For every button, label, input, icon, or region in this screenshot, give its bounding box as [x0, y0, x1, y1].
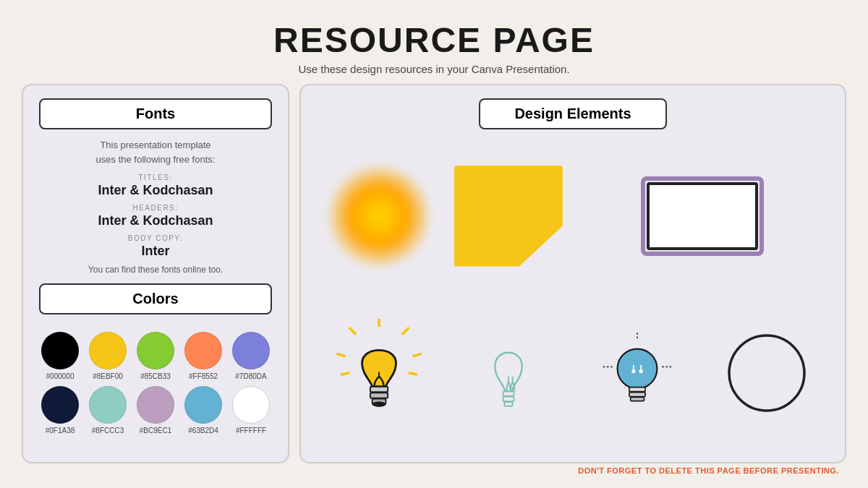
- color-grid: #000000 #8EBF00 #85CB33 #FF8552: [39, 332, 272, 435]
- page-container: RESOURCE PAGE Use these design resources…: [0, 0, 868, 488]
- font-row-body: BODY COPY: Inter: [39, 234, 272, 259]
- design-element-sun: [317, 140, 442, 292]
- svg-point-11: [373, 401, 386, 407]
- font-name-headers: Inter & Kodchasan: [39, 213, 272, 228]
- color-circle-navy: [41, 386, 79, 424]
- svg-rect-7: [370, 386, 388, 392]
- design-element-bulb-outline: [446, 296, 571, 449]
- color-circle-coral: [184, 332, 222, 369]
- color-hex-black: #000000: [46, 372, 75, 380]
- design-element-bulb-colorful: [317, 296, 442, 449]
- color-hex-teal: #8FCCC3: [92, 427, 124, 435]
- right-panel: Design Elements: [299, 84, 846, 463]
- colorful-bulb-icon: [332, 319, 426, 427]
- svg-line-6: [409, 373, 416, 374]
- color-hex-blue: #63B2D4: [188, 427, 218, 435]
- svg-rect-8: [370, 393, 388, 398]
- svg-rect-21: [629, 387, 645, 391]
- fonts-note: You can find these fonts online too.: [39, 265, 272, 275]
- color-circle-blue: [184, 386, 222, 424]
- color-hex-navy: #0F1A38: [46, 427, 75, 435]
- left-panel: Fonts This presentation templateuses the…: [22, 84, 289, 463]
- color-circle-teal: [89, 386, 127, 424]
- svg-line-3: [403, 328, 409, 334]
- sketch-rect-inner: [647, 182, 758, 250]
- design-element-sketch-rect: [575, 140, 829, 292]
- fonts-intro: This presentation templateuses the follo…: [39, 138, 272, 166]
- color-item-green: #85CB33: [135, 332, 176, 380]
- svg-point-20: [618, 348, 658, 388]
- design-element-bulb-blue: [575, 296, 700, 449]
- svg-point-24: [632, 369, 636, 372]
- color-item-teal: #8FCCC3: [87, 386, 129, 435]
- circle-outline-icon: [720, 326, 814, 420]
- yellow-blob-icon: [454, 166, 563, 267]
- colors-section: #000000 #8EBF00 #85CB33 #FF8552: [39, 325, 272, 435]
- font-name-body: Inter: [39, 244, 272, 259]
- color-hex-white: #FFFFFF: [236, 427, 266, 435]
- svg-rect-22: [629, 392, 645, 396]
- color-circle-green: [137, 332, 174, 369]
- footer-note: DON'T FORGET TO DELETE THIS PAGE BEFORE …: [22, 466, 846, 475]
- header: RESOURCE PAGE Use these design resources…: [273, 20, 595, 75]
- design-element-blob: [446, 140, 571, 292]
- svg-rect-23: [631, 397, 644, 401]
- design-element-circle: [705, 296, 830, 449]
- color-circle-lavender: [137, 386, 174, 424]
- colors-section-header: Colors: [39, 283, 272, 314]
- font-row-titles: TITLES: Inter & Kodchasan: [39, 174, 272, 198]
- color-item-yellow: #8EBF00: [87, 332, 129, 380]
- fonts-section-header: Fonts: [39, 98, 272, 129]
- svg-point-28: [729, 335, 804, 411]
- design-elements-header: Design Elements: [479, 98, 667, 129]
- outline-bulb-icon: [469, 322, 548, 424]
- design-elements-grid: [317, 140, 829, 449]
- color-hex-lavender: #BC9EC1: [140, 427, 171, 435]
- font-label-titles: TITLES:: [39, 174, 272, 181]
- color-hex-coral: #FF8552: [189, 372, 218, 380]
- svg-line-5: [342, 373, 349, 374]
- design-header: Design Elements: [317, 98, 829, 129]
- color-hex-yellow: #8EBF00: [93, 372, 123, 380]
- color-item-black: #000000: [39, 332, 81, 380]
- font-label-headers: HEADERS:: [39, 204, 272, 212]
- color-hex-purple: #7D80DA: [235, 372, 266, 380]
- svg-line-2: [338, 354, 344, 356]
- color-item-white: #FFFFFF: [230, 386, 272, 435]
- color-circle-black: [41, 332, 79, 369]
- color-item-purple: #7D80DA: [230, 332, 272, 380]
- color-circle-yellow: [89, 332, 127, 369]
- color-item-coral: #FF8552: [182, 332, 224, 380]
- font-label-body: BODY COPY:: [39, 234, 272, 242]
- color-hex-green: #85CB33: [140, 372, 171, 380]
- svg-line-4: [414, 354, 420, 356]
- color-circle-purple: [232, 332, 270, 369]
- main-title: RESOURCE PAGE: [273, 20, 595, 60]
- svg-rect-14: [504, 402, 512, 406]
- content-row: Fonts This presentation templateuses the…: [22, 84, 846, 463]
- sun-glow-icon: [328, 166, 430, 267]
- sketch-rect-icon: [641, 176, 764, 256]
- svg-rect-13: [503, 396, 514, 401]
- font-row-headers: HEADERS: Inter & Kodchasan: [39, 204, 272, 228]
- subtitle: Use these design resources in your Canva…: [273, 63, 595, 75]
- color-item-navy: #0F1A38: [39, 386, 81, 435]
- color-item-blue: #63B2D4: [182, 386, 224, 435]
- blue-bulb-icon: [594, 322, 681, 424]
- fonts-section: This presentation templateuses the follo…: [39, 138, 272, 275]
- svg-line-1: [350, 328, 356, 334]
- svg-point-25: [639, 369, 643, 372]
- color-circle-white: [232, 386, 270, 424]
- color-item-lavender: #BC9EC1: [135, 386, 176, 435]
- font-name-titles: Inter & Kodchasan: [39, 183, 272, 198]
